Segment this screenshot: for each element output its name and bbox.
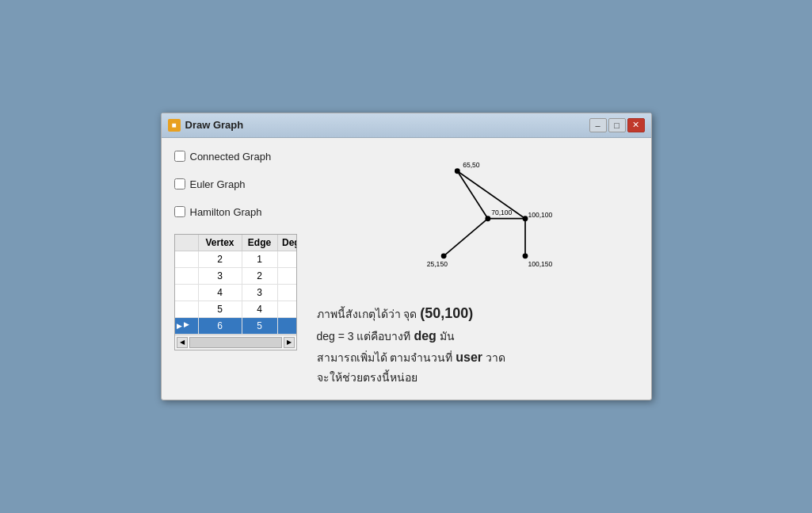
desc-line2: deg = 3 แต่คือบางที deg มัน — [317, 325, 639, 346]
connected-graph-checkbox[interactable] — [174, 151, 185, 162]
row-degree — [278, 301, 296, 317]
col-vertex: Vertex — [199, 235, 242, 251]
row-vertex: 6 — [199, 318, 242, 334]
row-vertex: 4 — [199, 285, 242, 301]
scroll-track[interactable] — [189, 337, 282, 348]
hamilton-graph-option[interactable]: Hamilton Graph — [174, 206, 301, 218]
euler-graph-checkbox[interactable] — [174, 178, 185, 190]
col-edge: Edge — [242, 235, 278, 251]
graph-canvas[interactable]: 65,50 70,100 100,100 25,150 100,150 — [317, 151, 639, 293]
desc-line2-post: มัน — [436, 330, 455, 343]
euler-graph-label: Euler Graph — [190, 178, 246, 190]
connected-graph-option[interactable]: Connected Graph — [174, 151, 301, 163]
svg-line-0 — [457, 170, 488, 218]
row-indicator — [175, 251, 199, 267]
row-degree — [278, 318, 296, 334]
row-edge: 3 — [242, 285, 278, 301]
svg-point-6 — [485, 216, 490, 221]
row-edge: 4 — [242, 301, 278, 317]
svg-text:100,100: 100,100 — [528, 211, 552, 219]
row-degree — [278, 268, 296, 284]
col-indicator — [175, 235, 199, 251]
hamilton-graph-checkbox[interactable] — [174, 206, 185, 217]
right-panel: 65,50 70,100 100,100 25,150 100,150 ภาพน… — [317, 151, 639, 388]
row-degree — [278, 285, 296, 301]
row-vertex: 3 — [199, 268, 242, 284]
row-vertex: 5 — [199, 301, 242, 317]
table-row[interactable]: 2 1 — [175, 251, 296, 268]
app-icon: ■ — [168, 119, 181, 132]
svg-text:25,150: 25,150 — [426, 259, 447, 267]
desc-deg-bold: deg — [414, 329, 436, 343]
window-title: Draw Graph — [185, 119, 244, 131]
main-window: ■ Draw Graph – □ ✕ Connected Graph Euler… — [161, 113, 652, 401]
table-row[interactable]: 3 2 — [175, 268, 296, 285]
data-table: Vertex Edge Degre 2 1 3 2 — [174, 234, 297, 350]
graph-svg: 65,50 70,100 100,100 25,150 100,150 — [317, 151, 639, 293]
svg-point-7 — [522, 216, 528, 221]
desc-line4-text: จะให้ช่วยตรงนี้หน่อย — [317, 371, 417, 384]
left-panel: Connected Graph Euler Graph Hamilton Gra… — [174, 151, 301, 388]
desc-user-bold: user — [456, 350, 482, 364]
desc-line3-pre: สามารถเพิ่มได้ ตามจำนวนที่ — [317, 351, 456, 364]
row-indicator: ▶ — [175, 318, 199, 334]
desc-line4: จะให้ช่วยตรงนี้หน่อย — [317, 369, 639, 388]
connected-graph-label: Connected Graph — [190, 151, 272, 163]
table-body: 2 1 3 2 4 3 — [175, 251, 296, 335]
desc-line3-post: วาด — [482, 351, 505, 364]
title-buttons: – □ ✕ — [589, 118, 645, 132]
row-degree — [278, 251, 296, 267]
title-bar: ■ Draw Graph – □ ✕ — [162, 113, 651, 138]
minimize-button[interactable]: – — [589, 118, 607, 132]
row-indicator — [175, 285, 199, 301]
svg-point-9 — [522, 253, 528, 258]
svg-text:70,100: 70,100 — [491, 209, 512, 216]
euler-graph-option[interactable]: Euler Graph — [174, 178, 301, 190]
title-bar-left: ■ Draw Graph — [168, 119, 244, 132]
row-vertex: 2 — [199, 251, 242, 267]
maximize-button[interactable]: □ — [608, 118, 626, 132]
row-edge: 2 — [242, 268, 278, 284]
svg-line-3 — [444, 218, 488, 255]
desc-line1-pre: ภาพนี้สังเกตุได้ว่า จุด — [317, 308, 421, 320]
desc-line2-pre: deg = 3 แต่คือบางที — [317, 330, 414, 343]
scroll-left-button[interactable]: ◀ — [177, 337, 188, 348]
table-row[interactable]: 4 3 — [175, 285, 296, 301]
desc-coord-highlight: (50,100) — [420, 305, 473, 321]
hamilton-graph-label: Hamilton Graph — [190, 206, 262, 218]
table-header: Vertex Edge Degre — [175, 235, 296, 251]
desc-line1: ภาพนี้สังเกตุได้ว่า จุด (50,100) — [317, 301, 639, 326]
row-indicator — [175, 268, 199, 284]
svg-point-8 — [440, 253, 446, 258]
row-edge: 1 — [242, 251, 278, 267]
table-row[interactable]: 5 4 — [175, 301, 296, 318]
close-button[interactable]: ✕ — [627, 118, 645, 132]
svg-text:100,150: 100,150 — [528, 259, 552, 267]
desc-line3: สามารถเพิ่มได้ ตามจำนวนที่ user วาด — [317, 346, 639, 368]
col-degree: Degre — [278, 235, 297, 251]
description-text: ภาพนี้สังเกตุได้ว่า จุด (50,100) deg = 3… — [317, 301, 639, 388]
svg-text:65,50: 65,50 — [463, 161, 480, 169]
row-edge: 5 — [242, 318, 278, 334]
horizontal-scrollbar[interactable]: ◀ ▶ — [175, 335, 296, 350]
row-indicator — [175, 301, 199, 317]
scroll-right-button[interactable]: ▶ — [284, 337, 295, 348]
table-row-selected[interactable]: ▶ 6 5 — [175, 318, 296, 335]
svg-point-5 — [454, 168, 459, 174]
window-body: Connected Graph Euler Graph Hamilton Gra… — [162, 138, 651, 400]
